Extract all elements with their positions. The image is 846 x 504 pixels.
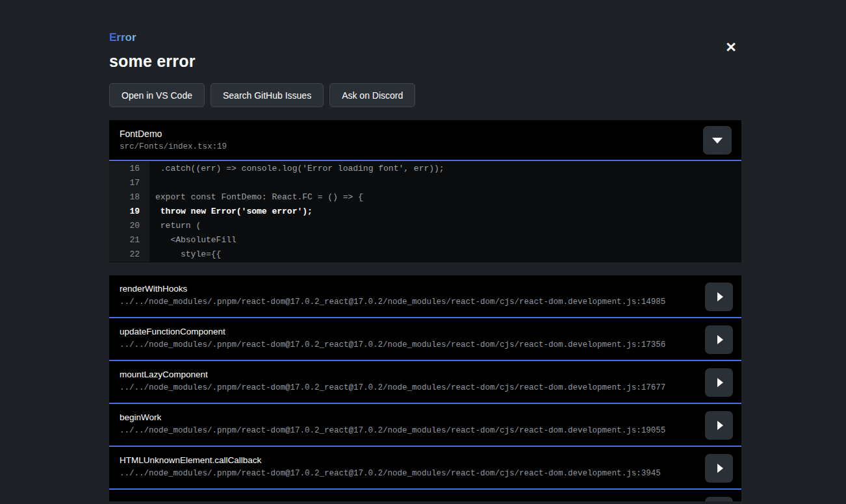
stack-frame-row: mountLazyComponent ../../node_modules/.p… (109, 361, 741, 404)
chevron-down-icon (712, 138, 723, 144)
error-panel: Error some error Open in VS Code Search … (109, 0, 741, 501)
line-code: throw new Error('some error'); (149, 205, 313, 219)
code-line: 17 (109, 176, 741, 190)
stack-frame-title: renderWithHooks (120, 284, 731, 294)
line-number: 22 (109, 247, 149, 262)
stack-frame-title: mountLazyComponent (120, 370, 731, 379)
expand-stack-frame-button[interactable] (705, 411, 733, 440)
expand-stack-frame-button[interactable] (705, 497, 733, 501)
caret-right-icon (717, 292, 723, 301)
stack-frame-title: updateFunctionComponent (120, 327, 731, 336)
caret-right-icon (717, 464, 723, 473)
expand-stack-frame-button[interactable] (705, 283, 733, 311)
line-code: style={{ (149, 247, 221, 262)
expand-stack-frame-button[interactable] (705, 454, 733, 483)
line-number: 17 (109, 176, 149, 190)
expand-stack-frame-button[interactable] (705, 368, 733, 397)
line-code: <AbsoluteFill (149, 233, 237, 247)
stack-frame-path: ../../node_modules/.pnpm/react-dom@17.0.… (120, 383, 731, 392)
code-line: 22 style={{ (109, 247, 741, 262)
line-code: .catch((err) => console.log('Error loadi… (149, 162, 444, 176)
caret-right-icon (717, 378, 723, 387)
line-number: 18 (109, 190, 149, 205)
error-message-title: some error (109, 52, 741, 71)
line-code: return ( (149, 219, 201, 233)
line-number: 21 (109, 233, 149, 247)
stack-frame-path: ../../node_modules/.pnpm/react-dom@17.0.… (120, 469, 731, 478)
stack-frame-path: ../../node_modules/.pnpm/react-dom@17.0.… (120, 297, 731, 307)
code-frame-file-location: src/Fonts/index.tsx:19 (120, 142, 731, 151)
line-code: export const FontDemo: React.FC = () => … (149, 190, 363, 205)
error-overlay: ✕ Error some error Open in VS Code Searc… (0, 0, 846, 504)
stack-frame-path: ../../node_modules/.pnpm/react-dom@17.0.… (120, 426, 731, 435)
caret-right-icon (717, 421, 723, 430)
expand-stack-frame-button[interactable] (705, 325, 733, 354)
stack-frame-path: ../../node_modules/.pnpm/react-dom@17.0.… (120, 340, 731, 349)
code-line: 20 return ( (109, 219, 741, 233)
code-lines: 16 .catch((err) => console.log('Error lo… (109, 161, 741, 262)
code-line: 18 export const FontDemo: React.FC = () … (109, 190, 741, 205)
error-type-label: Error (109, 31, 136, 44)
code-line: 21 <AbsoluteFill (109, 233, 741, 247)
stack-frame-row (109, 490, 741, 501)
stack-frame-list: renderWithHooks ../../node_modules/.pnpm… (109, 275, 741, 501)
line-number: 16 (109, 162, 149, 176)
code-frame-function-name: FontDemo (120, 129, 731, 139)
caret-right-icon (717, 335, 723, 344)
stack-frame-row: updateFunctionComponent ../../node_modul… (109, 318, 741, 361)
stack-frame-title: HTMLUnknownElement.callCallback (120, 455, 731, 465)
stack-frame-row: HTMLUnknownElement.callCallback ../../no… (109, 447, 741, 490)
line-code (149, 176, 155, 190)
stack-frame-row: renderWithHooks ../../node_modules/.pnpm… (109, 275, 741, 318)
code-frame: FontDemo src/Fonts/index.tsx:19 16 .catc… (109, 120, 741, 262)
line-number: 19 (109, 205, 149, 219)
line-number: 20 (109, 219, 149, 233)
code-frame-header: FontDemo src/Fonts/index.tsx:19 (109, 120, 741, 161)
code-line: 16 .catch((err) => console.log('Error lo… (109, 162, 741, 176)
stack-frame-title: beginWork (120, 412, 731, 422)
collapse-code-button[interactable] (703, 126, 732, 155)
action-button-row: Open in VS Code Search GitHub Issues Ask… (109, 83, 741, 107)
search-github-issues-button[interactable]: Search GitHub Issues (211, 83, 324, 107)
stack-frame-row: beginWork ../../node_modules/.pnpm/react… (109, 404, 741, 447)
ask-on-discord-button[interactable]: Ask on Discord (329, 83, 415, 107)
code-line: 19 throw new Error('some error'); (109, 205, 741, 219)
open-in-vscode-button[interactable]: Open in VS Code (109, 83, 205, 107)
